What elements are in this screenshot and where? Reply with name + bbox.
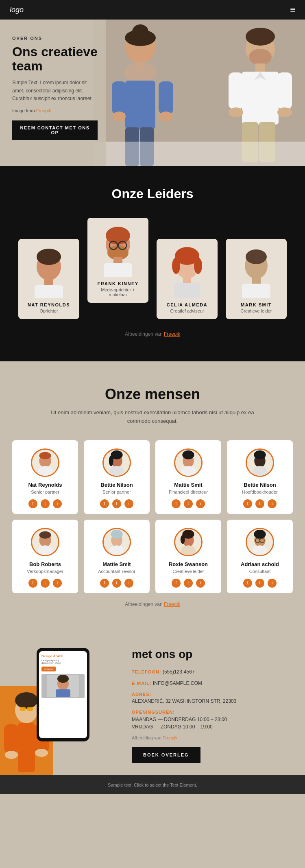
hero-background-image — [94, 20, 305, 166]
instagram-icon[interactable]: i — [124, 499, 133, 508]
instagram-icon[interactable]: i — [53, 499, 62, 508]
twitter-icon[interactable]: t — [184, 579, 193, 588]
mensen-grid-row1: Nat Reynolds Senior partner f t i Be — [12, 440, 293, 514]
menu-icon[interactable]: ≡ — [290, 4, 295, 15]
hero-cta-button[interactable]: NEEM CONTACT MET ONS OP — [12, 120, 98, 140]
navbar: logo ≡ — [0, 0, 305, 20]
person-avatar-bettie2 — [246, 448, 274, 477]
leider-card-celia: CELIA ALMEDA Creatief adviseur — [157, 239, 218, 319]
person-avatar-svg-mattie-fin — [175, 448, 201, 477]
person-avatar-mattie-fin — [174, 448, 203, 477]
person-avatar-nat — [31, 448, 59, 477]
person-name-nat: Nat Reynolds — [16, 482, 74, 488]
person-name-bettie1: Bettie Nilson — [88, 482, 146, 488]
mensen-title: Onze mensen — [12, 386, 293, 403]
instagram-icon[interactable]: i — [268, 499, 277, 508]
svg-rect-48 — [252, 277, 261, 284]
facebook-icon[interactable]: f — [100, 579, 109, 588]
person-name-mattie-acc: Mattie Smit — [88, 561, 146, 567]
facebook-icon[interactable]: f — [28, 499, 37, 508]
person-role-adriaan: Consultant — [231, 569, 289, 574]
leiders-freepik-link[interactable]: Freepik — [164, 331, 180, 337]
hero-table — [94, 142, 305, 166]
twitter-icon[interactable]: t — [41, 499, 50, 508]
leider-card-frank: FRANK KINNEY Mede-oprichter + makelaar — [87, 218, 148, 303]
person-card-adriaan: Adriaan schold Consultant f t i — [227, 520, 293, 593]
svg-rect-98 — [27, 707, 33, 711]
facebook-icon[interactable]: f — [172, 579, 181, 588]
facebook-icon[interactable]: f — [243, 579, 252, 588]
leider-avatar-nat — [26, 245, 71, 298]
svg-rect-6 — [112, 81, 126, 114]
twitter-icon[interactable]: t — [41, 579, 50, 588]
contact-cta-button[interactable]: BOEK OVERLEG — [132, 747, 200, 763]
svg-point-73 — [39, 531, 51, 538]
twitter-icon[interactable]: t — [255, 579, 264, 588]
facebook-icon[interactable]: f — [172, 499, 181, 508]
person-socials-adriaan: f t i — [231, 579, 289, 588]
leider-photo-nat — [26, 245, 71, 298]
leider-name-nat: NAT REYNOLDS — [23, 302, 74, 307]
person-socials-mattie-fin: f t i — [159, 499, 217, 508]
facebook-icon[interactable]: f — [100, 499, 109, 508]
contact-phone-value: (555)123-4567 — [163, 669, 195, 675]
person-role-nat: Senior partner — [16, 490, 74, 494]
svg-point-78 — [111, 529, 122, 538]
person-card-mattie-fin: Mattie Smit Financieel directeur f t i — [155, 440, 221, 514]
svg-point-96 — [15, 692, 38, 708]
instagram-icon[interactable]: i — [53, 579, 62, 588]
phone-person-image — [41, 674, 85, 698]
person-socials-roxie: f t i — [159, 579, 217, 588]
instagram-icon[interactable]: i — [268, 579, 277, 588]
twitter-icon[interactable]: t — [112, 499, 121, 508]
svg-point-14 — [249, 49, 272, 65]
mensen-freepik-link[interactable]: Freepik — [164, 601, 180, 607]
svg-point-86 — [181, 545, 196, 556]
leiders-title: Onze Leiders — [8, 186, 297, 201]
twitter-icon[interactable]: t — [184, 499, 193, 508]
mensen-section: Onze mensen Ut enim ad minim veniam, qui… — [0, 361, 305, 623]
person-card-bob: Bob Roberts Verkoopsmanager f t i — [12, 520, 78, 593]
svg-point-63 — [182, 450, 194, 459]
facebook-icon[interactable]: f — [28, 579, 37, 588]
leider-name-celia: CELIA ALMEDA — [161, 302, 213, 307]
contact-phone-label: TELEFOON: — [132, 669, 161, 674]
svg-point-65 — [181, 466, 196, 477]
leider-photo-frank — [96, 224, 140, 277]
facebook-icon[interactable]: f — [243, 499, 252, 508]
phone-person-svg — [47, 675, 79, 697]
person-role-roxie: Creatieve leider — [159, 569, 217, 574]
leiders-grid: NAT REYNOLDS Oprichter — [8, 218, 297, 319]
instagram-icon[interactable]: i — [124, 579, 133, 588]
person-avatar-adriaan — [246, 528, 274, 556]
person-card-bettie1: Bettie Nilson Senior partner f t i — [84, 440, 150, 514]
person-role-mattie-acc: Accountant-revisor — [88, 569, 146, 574]
person-role-bettie1: Senior partner — [88, 490, 146, 494]
svg-rect-97 — [20, 707, 26, 711]
leider-role-nat: Oprichter — [23, 308, 74, 313]
hero-text-block: OVER ONS Ons creatieve team Simple Text.… — [0, 20, 106, 166]
twitter-icon[interactable]: t — [112, 579, 121, 588]
contact-phone-mockup: Design & Web Design Agency design from c… — [37, 648, 89, 741]
freepik-link[interactable]: Freepik — [36, 108, 51, 113]
hero-image-credit: Image from Freepik — [12, 108, 98, 113]
person-card-bettie2: Bettie Nilson Hoofdboekhouder f t i — [227, 440, 293, 514]
svg-point-75 — [38, 545, 53, 556]
person-socials-bettie2: f t i — [231, 499, 289, 508]
svg-point-4 — [124, 62, 157, 83]
contact-freepik-link[interactable]: Freepik — [163, 735, 178, 740]
svg-point-103 — [5, 751, 18, 759]
person-name-adriaan: Adriaan schold — [231, 561, 289, 567]
contact-attribution: Afbeelding van Freepik — [132, 735, 295, 740]
instagram-icon[interactable]: i — [196, 499, 205, 508]
phone-contact-btn[interactable]: contact us — [41, 667, 56, 671]
phone-screen: Design & Web Design Agency design from c… — [39, 651, 87, 738]
twitter-icon[interactable]: t — [255, 499, 264, 508]
person-avatar-bob — [31, 528, 59, 556]
leiders-attribution: Afbeeldingen van Freepik — [8, 331, 297, 337]
contact-title: met ons op — [132, 648, 295, 661]
contact-info: met ons op TELEFOON: (555)123-4567 E-MAI… — [122, 640, 305, 775]
instagram-icon[interactable]: i — [196, 579, 205, 588]
svg-point-104 — [35, 749, 48, 757]
svg-rect-16 — [242, 72, 279, 125]
